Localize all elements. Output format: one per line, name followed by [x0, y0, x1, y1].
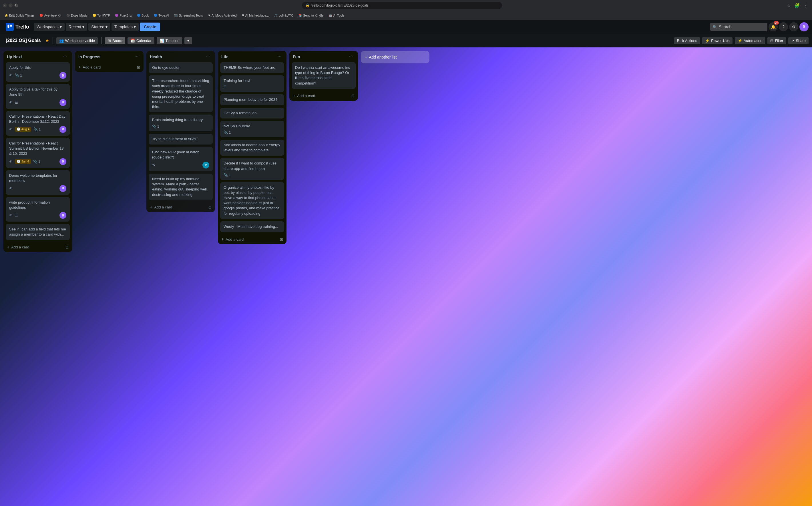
card-product-guidelines[interactable]: write product information guidelines 👁 ☰…: [6, 197, 70, 222]
timeline-view-button[interactable]: 📊 Timeline: [157, 37, 183, 44]
automation-icon: ⚡: [738, 38, 742, 43]
board-title[interactable]: [2023 OS] Goals: [3, 37, 43, 44]
card-researchers[interactable]: The researchers found that visiting such…: [149, 75, 213, 112]
card-awesome-inc[interactable]: Do I wanna start an awesome inc type of …: [292, 62, 356, 89]
add-card-button-health[interactable]: + Add a card ⊡: [146, 202, 215, 212]
add-card-button-up-next[interactable]: + Add a card ⊡: [3, 242, 72, 252]
bookmark-toni[interactable]: 🟡 ToniWTF: [90, 13, 112, 18]
eye-icon: 👁: [9, 213, 13, 217]
card-react-day-berlin[interactable]: Call for Presentations - React Day Berli…: [6, 111, 70, 136]
list-life: Life ··· THEME Be where your feet are. T…: [218, 51, 286, 244]
list-in-progress: In Progress ··· + Add a card ⊡: [75, 51, 143, 72]
forward-button[interactable]: ›: [9, 3, 13, 7]
info-button[interactable]: ?: [779, 22, 788, 31]
bookmark-label: PixelBrix: [120, 14, 132, 17]
bookmark-lofi[interactable]: 🎵 Lofi & ATC: [272, 13, 296, 18]
address-bar[interactable]: 🔒 trello.com/b/gxxoJsmE/2023-os-goals: [302, 2, 502, 9]
bookmark-pixelbrix[interactable]: 🟣 PixelBrix: [113, 13, 134, 18]
list-menu-life[interactable]: ···: [276, 54, 283, 60]
card-demo-welcome[interactable]: Demo welcome templates for members 👁 B: [6, 170, 70, 195]
recent-button[interactable]: Recent ▾: [66, 23, 87, 31]
bookmark-aventure[interactable]: 🔴 Aventure Kit: [37, 13, 63, 18]
power-ups-button[interactable]: ⚡ Power-Ups: [702, 37, 732, 44]
list-menu-up-next[interactable]: ···: [62, 54, 69, 60]
share-button[interactable]: ↗ Share: [788, 37, 809, 44]
card-meat[interactable]: Try to cut out meat to 50/50: [149, 134, 213, 145]
card-title: Get Vy a remote job: [223, 110, 281, 116]
list-health: Health ··· Go to eye doctor The research…: [146, 51, 215, 212]
date-badge: 🕐 Aug 4: [15, 127, 31, 132]
board-view-button[interactable]: ⊞ Board: [105, 37, 125, 44]
bulk-actions-button[interactable]: Bulk Actions: [674, 37, 700, 44]
card-add-labels[interactable]: Add labels to boards about energy levels…: [220, 140, 284, 156]
card-title: The researchers found that visiting such…: [152, 78, 209, 109]
card-woofy[interactable]: Woofy - Must have dog training...: [220, 221, 284, 232]
templates-button[interactable]: Templates ▾: [112, 23, 139, 31]
user-avatar[interactable]: B: [799, 22, 809, 31]
more-views-button[interactable]: ▾: [185, 37, 192, 44]
automation-button[interactable]: ⚡ Automation: [735, 37, 765, 44]
bookmark-screenshot[interactable]: 📷 Screenshot Tools: [172, 13, 205, 18]
list-menu-in-progress[interactable]: ···: [133, 54, 140, 60]
card-immune-system[interactable]: Need to build up my immune system. Make …: [149, 174, 213, 200]
card-title: See if i can add a field that lets me as…: [9, 227, 66, 237]
card-footer: 👁 📎 1 B: [9, 72, 66, 79]
board-header: [2023 OS] Goals ★ 👥 Workspace visible ⊞ …: [0, 34, 812, 48]
card-not-so-churchy[interactable]: Not So Churchy 📎 1: [220, 121, 284, 137]
bookmark-book[interactable]: 🔵 Book: [135, 13, 151, 18]
create-button[interactable]: Create: [140, 22, 160, 31]
add-card-button-in-progress[interactable]: + Add a card ⊡: [75, 62, 143, 72]
visibility-button[interactable]: 👥 Workspace visible: [56, 37, 98, 44]
bookmark-aimods[interactable]: ✖ AI Mods Activated: [206, 13, 239, 18]
card-mom-bday[interactable]: Planning mom bday trip for 2024: [220, 94, 284, 105]
add-card-button-life[interactable]: + Add a card ⊡: [218, 235, 286, 244]
list-menu-health[interactable]: ···: [204, 54, 212, 60]
workspaces-button[interactable]: Workspaces ▾: [34, 23, 65, 31]
card-training-levi[interactable]: Training for Levi ☰: [220, 75, 284, 92]
attach-count: 📎 1: [33, 128, 41, 132]
card-add-field[interactable]: See if i can add a field that lets me as…: [6, 224, 70, 240]
card-apply-talk[interactable]: Apply to give a talk for this by June 9t…: [6, 84, 70, 108]
bookmark-typeai[interactable]: 🔵 Type.AI: [151, 13, 171, 18]
search-input[interactable]: [710, 23, 767, 31]
bookmark-kindle[interactable]: 📚 Send to Kindle: [296, 13, 326, 18]
trello-logo[interactable]: Trello: [3, 22, 31, 32]
card-react-summit[interactable]: Call for Presentations - React Summit US…: [6, 138, 70, 168]
add-list-button[interactable]: + Add another list: [361, 51, 429, 63]
card-apply-for-this[interactable]: Apply for this 👁 📎 1 B: [6, 62, 70, 82]
add-card-label: Add a card: [225, 237, 244, 242]
card-brain-training[interactable]: Brain training thing from library 📎 1: [149, 114, 213, 131]
list-up-next: Up Next ··· Apply for this 👁 📎 1 B Apply…: [3, 51, 72, 252]
calendar-view-button[interactable]: 📅 Calendar: [128, 37, 154, 44]
bookmark-aimarket[interactable]: ✖ AI Marketplace...: [240, 13, 271, 18]
card-organize-photos[interactable]: Organize all my photos, like by pet, by …: [220, 182, 284, 219]
bookmark-icon[interactable]: ☆: [786, 2, 792, 9]
card-theme[interactable]: THEME Be where your feet are.: [220, 62, 284, 73]
card-meta: 👁: [9, 186, 13, 190]
star-button[interactable]: ★: [46, 38, 49, 43]
card-title: Training for Levi: [223, 78, 281, 83]
card-meta: 📎 1: [152, 124, 159, 129]
card-eye-doctor[interactable]: Go to eye doctor: [149, 62, 213, 73]
list-icon: ☰: [223, 85, 227, 89]
list-menu-fun[interactable]: ···: [347, 54, 354, 60]
extensions-icon[interactable]: 🧩: [793, 2, 801, 9]
book-icon: 🔵: [137, 14, 140, 17]
bookmark-britt[interactable]: ⭐ Britt Builds Things: [2, 13, 37, 18]
bookmark-dope[interactable]: ⚫ Dope Music: [64, 13, 90, 18]
back-button[interactable]: ‹: [3, 3, 7, 7]
filter-button[interactable]: ⊟ Filter: [767, 37, 786, 44]
menu-icon[interactable]: ⋮: [802, 2, 809, 9]
eye-icon: 👁: [9, 100, 13, 104]
add-card-button-fun[interactable]: + Add a card ⊡: [289, 91, 358, 101]
card-avatar: B: [60, 72, 66, 79]
card-compost[interactable]: Decide if I want to compost (use share a…: [220, 158, 284, 180]
card-new-pcp[interactable]: Find new PCP (look at baton rouge clinic…: [149, 147, 213, 171]
reload-button[interactable]: ↻: [14, 3, 18, 7]
bookmark-aitools[interactable]: 🤖 AI Tools: [327, 13, 347, 18]
trello-navigation: Trello Workspaces ▾ Recent ▾ Starred ▾ T…: [0, 20, 812, 34]
notifications-button[interactable]: 🔔 9+: [768, 22, 778, 31]
card-vy-remote[interactable]: Get Vy a remote job: [220, 108, 284, 118]
settings-button[interactable]: ⚙: [789, 22, 798, 31]
starred-button[interactable]: Starred ▾: [88, 23, 110, 31]
